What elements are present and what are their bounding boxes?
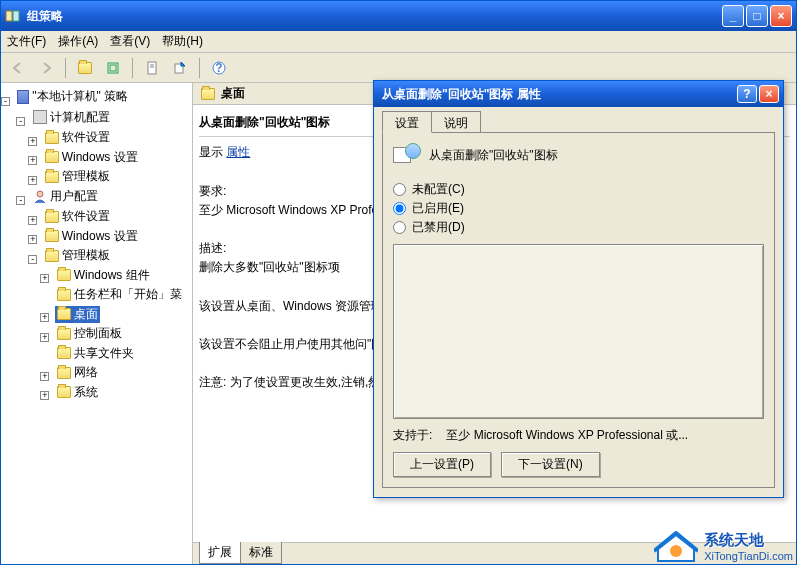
tree-desktop[interactable]: 桌面 [55, 306, 100, 323]
toggle-icon[interactable]: + [40, 333, 49, 342]
dialog-body: 设置 说明 从桌面删除"回收站"图标 未配置(C) 已启用(E) 已禁用(D) … [374, 107, 783, 497]
tree-user-config[interactable]: 用户配置 [31, 188, 100, 205]
menu-action[interactable]: 操作(A) [58, 33, 98, 50]
menu-file[interactable]: 文件(F) [7, 33, 46, 50]
folder-icon [45, 211, 59, 223]
svg-rect-4 [148, 62, 156, 74]
toggle-icon[interactable]: + [28, 216, 37, 225]
folder-icon [57, 308, 71, 320]
tree-system[interactable]: 系统 [55, 384, 100, 401]
maximize-button[interactable]: □ [746, 5, 768, 27]
watermark-cn: 系统天地 [704, 531, 793, 550]
folder-icon [57, 269, 71, 281]
dialog-tabs: 设置 说明 [382, 111, 775, 133]
toolbar-btn-2[interactable] [102, 57, 124, 79]
policy-name: 从桌面删除"回收站"图标 [429, 147, 558, 164]
toggle-icon[interactable]: + [40, 372, 49, 381]
folder-icon [45, 230, 59, 242]
tree-uc-admin[interactable]: 管理模板 [43, 247, 112, 264]
next-setting-button[interactable]: 下一设置(N) [501, 452, 600, 477]
back-button [7, 57, 29, 79]
tree-cc-admin[interactable]: 管理模板 [43, 168, 112, 185]
tree-cc-software[interactable]: 软件设置 [43, 129, 112, 146]
watermark: 系统天地 XiTongTianDi.com [654, 529, 793, 563]
tree-uc-software[interactable]: 软件设置 [43, 208, 112, 225]
properties-link[interactable]: 属性 [226, 145, 250, 159]
supported-label: 支持于: [393, 427, 432, 444]
computer-icon [33, 110, 47, 124]
minimize-button[interactable]: _ [722, 5, 744, 27]
toolbar: ? [1, 53, 796, 83]
toggle-icon[interactable]: + [28, 176, 37, 185]
nav-buttons: 上一设置(P) 下一设置(N) [393, 452, 764, 477]
help-button[interactable]: ? [208, 57, 230, 79]
toggle-icon[interactable]: + [28, 235, 37, 244]
dialog-title: 从桌面删除"回收站"图标 属性 [378, 86, 737, 103]
dialog-titlebar: 从桌面删除"回收站"图标 属性 ? × [374, 81, 783, 107]
watermark-logo-icon [654, 529, 698, 563]
tree-computer-config[interactable]: 计算机配置 [31, 109, 112, 126]
radio-not-configured[interactable]: 未配置(C) [393, 181, 764, 198]
folder-icon [45, 132, 59, 144]
tree-uc-windows[interactable]: Windows 设置 [43, 228, 140, 245]
tree-control-panel[interactable]: 控制面板 [55, 325, 124, 342]
export-button[interactable] [169, 57, 191, 79]
properties-button[interactable] [141, 57, 163, 79]
menu-view[interactable]: 查看(V) [110, 33, 150, 50]
radio-enabled[interactable]: 已启用(E) [393, 200, 764, 217]
tree-root-label[interactable]: "本地计算机" 策略 [15, 88, 130, 105]
forward-button [35, 57, 57, 79]
radio-not-configured-input[interactable] [393, 183, 406, 196]
toggle-icon[interactable]: - [16, 196, 25, 205]
tree-cc-windows[interactable]: Windows 设置 [43, 149, 140, 166]
policy-title-row: 从桌面删除"回收站"图标 [393, 143, 764, 167]
tree-windows-components[interactable]: Windows 组件 [55, 267, 152, 284]
toggle-icon[interactable]: + [28, 137, 37, 146]
user-icon [33, 189, 47, 203]
toggle-icon[interactable]: - [16, 117, 25, 126]
svg-point-10 [37, 191, 43, 197]
menu-help[interactable]: 帮助(H) [162, 33, 203, 50]
radio-enabled-input[interactable] [393, 202, 406, 215]
tab-explain[interactable]: 说明 [431, 111, 481, 133]
tree-taskbar[interactable]: 任务栏和「开始」菜 [55, 286, 184, 303]
book-icon [17, 90, 29, 104]
folder-icon [57, 386, 71, 398]
radio-disabled-input[interactable] [393, 221, 406, 234]
content-header-label: 桌面 [221, 85, 245, 102]
tree-shared-folders[interactable]: 共享文件夹 [55, 345, 136, 362]
supported-text: 至少 Microsoft Windows XP Professional 或..… [446, 427, 688, 444]
policy-icon [393, 143, 421, 167]
tree-pane: - "本地计算机" 策略 - 计算机配置 + 软件设置 + [1, 83, 193, 564]
svg-point-11 [670, 545, 682, 557]
dialog-close-button[interactable]: × [759, 85, 779, 103]
toggle-icon[interactable]: + [40, 391, 49, 400]
dialog-tabpanel: 从桌面删除"回收站"图标 未配置(C) 已启用(E) 已禁用(D) 支持于: 至… [382, 132, 775, 488]
radio-disabled[interactable]: 已禁用(D) [393, 219, 764, 236]
watermark-text: 系统天地 XiTongTianDi.com [704, 531, 793, 562]
toggle-icon[interactable]: + [28, 156, 37, 165]
close-button[interactable]: × [770, 5, 792, 27]
toggle-icon[interactable]: + [40, 274, 49, 283]
supported-row: 支持于: 至少 Microsoft Windows XP Professiona… [393, 427, 764, 444]
prev-setting-button[interactable]: 上一设置(P) [393, 452, 491, 477]
tree-network[interactable]: 网络 [55, 364, 100, 381]
toggle-icon[interactable]: - [28, 255, 37, 264]
titlebar: 组策略 _ □ × [1, 1, 796, 31]
tab-extended[interactable]: 扩展 [199, 542, 241, 564]
folder-icon [57, 347, 71, 359]
watermark-url: XiTongTianDi.com [704, 550, 793, 562]
separator [65, 58, 66, 78]
folder-icon [45, 171, 59, 183]
dialog-help-button[interactable]: ? [737, 85, 757, 103]
toggle-icon[interactable]: + [40, 313, 49, 322]
toggle-icon[interactable]: - [1, 97, 10, 106]
up-button[interactable] [74, 57, 96, 79]
tab-setting[interactable]: 设置 [382, 111, 432, 133]
folder-icon [45, 151, 59, 163]
tab-standard[interactable]: 标准 [240, 542, 282, 564]
folder-icon [57, 367, 71, 379]
folder-icon [57, 328, 71, 340]
window-title: 组策略 [27, 8, 722, 25]
radio-group: 未配置(C) 已启用(E) 已禁用(D) [393, 179, 764, 238]
